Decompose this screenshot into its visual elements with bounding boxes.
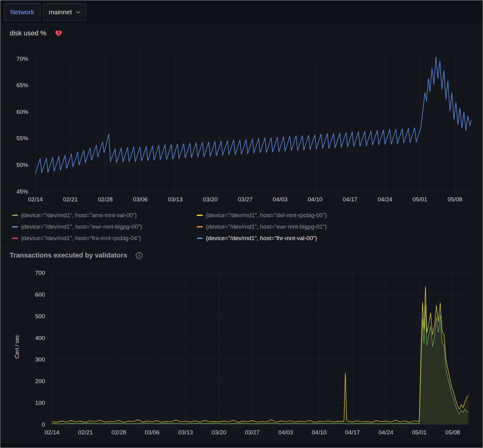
svg-text:02/28: 02/28	[111, 429, 126, 436]
legend-series-label: {device="/dev/md1", host="ewr-mnt-bigpg-…	[206, 223, 327, 230]
svg-text:02/21: 02/21	[63, 196, 78, 203]
svg-text:04/10: 04/10	[308, 196, 323, 203]
panel-transactions-header: Transactions executed by validators	[5, 249, 478, 261]
legend-item-3[interactable]: {device="/dev/md1", host="ewr-mnt-bigpg-…	[197, 223, 478, 230]
svg-text:03/13: 03/13	[168, 196, 183, 203]
legend-series-label: {device="/dev/md1", host="fra-mnt-rpcbig…	[21, 235, 141, 242]
legend-series-label: {device="/dev/md1", host="del-mnt-rpcbig…	[206, 212, 327, 219]
disk-used-legend: {device="/dev/md1", host="ams-mnt-val-00…	[5, 208, 478, 245]
legend-series-color	[12, 215, 18, 216]
x-axis-labels: 02/1402/2102/2803/0603/1303/2003/2704/03…	[45, 429, 460, 436]
legend-item-1[interactable]: {device="/dev/md1", host="del-mnt-rpcbig…	[197, 212, 478, 219]
legend-item-4[interactable]: {device="/dev/md1", host="fra-mnt-rpcbig…	[12, 235, 197, 242]
svg-text:04/24: 04/24	[379, 429, 393, 436]
svg-text:03/06: 03/06	[133, 196, 148, 203]
svg-text:50%: 50%	[16, 162, 28, 168]
panel-disk-used-header: disk used %	[5, 27, 478, 39]
svg-text:45%: 45%	[16, 188, 28, 195]
svg-text:03/27: 03/27	[245, 429, 260, 436]
series-area-0	[52, 306, 468, 425]
svg-text:04/17: 04/17	[345, 429, 360, 436]
svg-text:300: 300	[35, 356, 45, 363]
disk-used-chart[interactable]: 45%50%55%60%65%70%02/1402/2102/2803/0603…	[5, 39, 478, 208]
series-line-1	[52, 286, 468, 422]
svg-text:60%: 60%	[16, 109, 28, 115]
svg-text:0: 0	[42, 421, 45, 428]
alerting-broken-heart-icon	[55, 29, 63, 37]
svg-text:03/13: 03/13	[178, 429, 193, 436]
legend-series-label: {device="/dev/md1", host="ams-mnt-val-00…	[21, 212, 137, 219]
svg-text:200: 200	[35, 378, 45, 384]
svg-text:03/20: 03/20	[203, 196, 218, 203]
svg-text:700: 700	[35, 270, 45, 276]
svg-text:04/03: 04/03	[278, 429, 293, 436]
network-variable-label: Network	[4, 3, 40, 21]
svg-text:55%: 55%	[16, 135, 28, 141]
dashboard-controls: Network mainnet	[0, 0, 483, 24]
svg-text:600: 600	[35, 291, 45, 298]
svg-text:02/28: 02/28	[98, 196, 113, 203]
svg-text:05/01: 05/01	[413, 196, 428, 203]
svg-text:100: 100	[35, 400, 45, 406]
series-line-0	[52, 306, 468, 424]
legend-series-color	[197, 215, 203, 216]
panel-disk-used: disk used % 45%50%55%60%65%70%02/1402/21…	[0, 24, 483, 246]
svg-text:03/06: 03/06	[145, 429, 160, 436]
panel-title-transactions[interactable]: Transactions executed by validators	[10, 251, 127, 259]
y-axis-title: Cert / sec	[14, 334, 20, 358]
gridlines	[49, 269, 470, 424]
legend-series-color	[12, 238, 18, 239]
legend-series-label: {device="/dev/md1", host="lhr-mnt-val-00…	[206, 235, 317, 242]
svg-text:03/20: 03/20	[211, 429, 226, 436]
legend-series-color	[12, 226, 18, 227]
info-circle-icon[interactable]	[135, 252, 143, 259]
chevron-down-icon	[76, 11, 81, 14]
svg-text:02/14: 02/14	[28, 196, 43, 203]
x-axis-labels: 02/1402/2102/2803/0603/1303/2003/2704/03…	[28, 196, 463, 203]
panel-transactions: Transactions executed by validators 0100…	[0, 246, 483, 442]
svg-text:02/14: 02/14	[45, 429, 60, 436]
legend-series-color	[197, 238, 203, 239]
svg-text:500: 500	[35, 313, 45, 320]
transactions-chart[interactable]: 010020030040050060070002/1402/2102/2803/…	[5, 261, 478, 442]
svg-text:03/27: 03/27	[238, 196, 253, 203]
grafana-dashboard: Network mainnet disk used % 45%50%55%60%…	[0, 0, 483, 442]
svg-text:65%: 65%	[16, 82, 28, 88]
y-axis-labels: 45%50%55%60%65%70%	[16, 56, 28, 195]
network-variable-value: mainnet	[49, 8, 72, 16]
panel-title-disk-used[interactable]: disk used %	[10, 29, 47, 37]
svg-text:02/21: 02/21	[78, 429, 93, 436]
svg-text:70%: 70%	[16, 56, 28, 62]
svg-text:04/03: 04/03	[273, 196, 288, 203]
legend-item-0[interactable]: {device="/dev/md1", host="ams-mnt-val-00…	[12, 212, 197, 219]
network-variable-dropdown[interactable]: mainnet	[43, 3, 86, 21]
svg-text:400: 400	[35, 335, 45, 341]
gridlines	[32, 50, 473, 191]
svg-text:04/10: 04/10	[312, 429, 327, 436]
svg-text:04/17: 04/17	[343, 196, 357, 203]
legend-series-label: {device="/dev/md1", host="ewr-mnt-bigpg-…	[21, 223, 142, 230]
svg-text:05/08: 05/08	[448, 196, 463, 203]
svg-text:05/08: 05/08	[445, 429, 460, 436]
svg-text:04/24: 04/24	[378, 196, 392, 203]
legend-item-5[interactable]: {device="/dev/md1", host="lhr-mnt-val-00…	[197, 235, 478, 242]
series-line-0	[35, 57, 471, 173]
series-area-1	[52, 286, 468, 424]
svg-text:05/01: 05/01	[412, 429, 427, 436]
legend-item-2[interactable]: {device="/dev/md1", host="ewr-mnt-bigpg-…	[12, 223, 197, 230]
legend-series-color	[197, 226, 203, 227]
y-axis-labels: 0100200300400500600700	[35, 270, 45, 428]
